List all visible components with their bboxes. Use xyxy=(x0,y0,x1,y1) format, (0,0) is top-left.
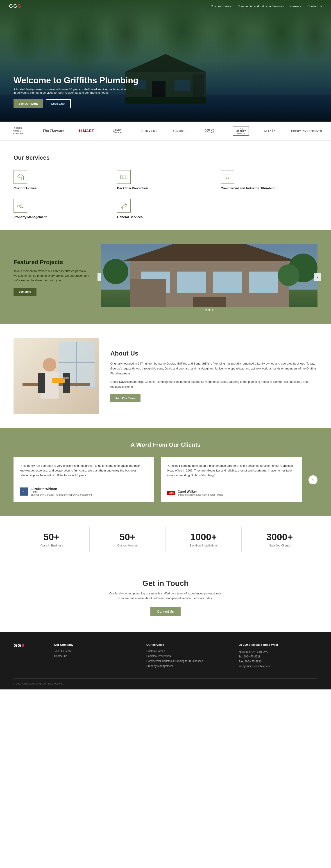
svg-rect-22 xyxy=(227,179,228,180)
featured-projects-section: Featured Projects Take a moment to explo… xyxy=(0,230,331,324)
footer-link-backflow[interactable]: Backflow Prevention xyxy=(146,655,225,658)
logo-liberty-group: THE LIBERTY GROUP xyxy=(233,127,249,135)
footer-link-contact[interactable]: Contact Us xyxy=(54,655,133,658)
svg-marker-1 xyxy=(125,54,206,72)
nav-links: Custom Homes Commercial and Industrial S… xyxy=(211,4,322,8)
nav-link-contact[interactable]: Contact Us xyxy=(308,4,322,8)
author-company-1: Sr. Property Manager / Armadale Property… xyxy=(31,493,92,496)
logo[interactable]: G G S xyxy=(9,3,21,9)
footer: G G S Our Company Join Our Team Contact … xyxy=(0,632,331,689)
carousel-dot-1[interactable] xyxy=(205,309,207,311)
author-logo-1: A xyxy=(20,488,28,496)
testimonials-row: "This family-run operation is very effic… xyxy=(13,457,318,502)
see-more-button[interactable]: See More xyxy=(13,288,36,296)
stat-homes: 50+ Custom Homes xyxy=(90,527,166,552)
commercial-label: Commercial and Industrial Plumbing xyxy=(221,186,318,190)
logo-tim-hortons: Tim Hortons xyxy=(42,129,64,133)
stat-clients-label: Satisfied Clients xyxy=(246,544,313,547)
about-para-2: Under David's leadership, Griffiths Plum… xyxy=(110,379,318,389)
house-icon xyxy=(16,173,25,181)
svg-rect-37 xyxy=(130,279,166,307)
footer-services-title: Our services xyxy=(146,643,225,646)
author-info-2: Carol Walker Building Maintenance Coordi… xyxy=(178,490,223,496)
logo-emery: EMERY INVESTMENTS xyxy=(291,129,322,133)
svg-point-25 xyxy=(122,207,123,209)
backflow-icon-box xyxy=(117,170,130,184)
footer-link-property[interactable]: Property Management xyxy=(146,664,225,668)
testimonials-next-button[interactable]: › xyxy=(308,475,318,484)
author-name-1: Elizabeth Whitton xyxy=(31,487,92,491)
testimonial-card-1: "This family-run operation is very effic… xyxy=(13,457,154,502)
carousel-house-svg xyxy=(101,244,318,307)
footer-col-company: Our Company Join Our Team Contact Us xyxy=(54,643,133,670)
commercial-icon-box xyxy=(221,170,234,184)
contact-title: Get in Touch xyxy=(13,579,318,588)
footer-col-services: Our services Custom Homes Backflow Preve… xyxy=(146,643,225,670)
see-our-work-button[interactable]: See Our Work xyxy=(13,99,43,108)
stat-years: 50+ Years in Business xyxy=(13,527,90,552)
wrench-icon xyxy=(120,202,128,210)
hero-title: Welcome to Griffiths Plumbing xyxy=(13,76,318,85)
handshake-icon xyxy=(16,202,25,210)
about-image-svg xyxy=(13,338,99,414)
footer-link-join[interactable]: Join Our Team xyxy=(54,650,133,653)
logo-reality-chicken: Reality Chicken xyxy=(109,129,125,133)
author-logo-text-2: Miele xyxy=(169,492,174,494)
svg-point-38 xyxy=(103,259,128,284)
testimonials-title: A Word From Our Clients xyxy=(13,441,318,448)
svg-point-46 xyxy=(43,358,56,372)
footer-addr-3: Fax. 905-475-5820 xyxy=(239,659,318,664)
nav-link-custom-homes[interactable]: Custom Homes xyxy=(211,4,231,8)
footer-link-custom-homes[interactable]: Custom Homes xyxy=(146,650,225,653)
building-icon xyxy=(223,173,232,181)
service-custom-homes: Custom Homes xyxy=(13,170,110,190)
testimonial-author-2: Miele Carol Walker Building Maintenance … xyxy=(167,490,295,496)
general-icon-box xyxy=(117,199,130,213)
nav-link-careers[interactable]: Careers xyxy=(290,4,301,8)
author-logo-miele: Miele xyxy=(167,491,175,495)
svg-marker-7 xyxy=(17,174,24,180)
footer-logo: G G S xyxy=(13,643,40,670)
logo-g2: G xyxy=(13,3,17,9)
property-label: Property Management xyxy=(13,215,110,219)
footer-bottom: © 2023 Copy Web Design. All rights reser… xyxy=(13,678,318,685)
stat-homes-label: Custom Homes xyxy=(94,544,161,547)
contact-us-button[interactable]: Contact Us xyxy=(150,607,181,616)
author-role-2: Building Maintenance Coordinator / Miele xyxy=(178,493,223,496)
author-name-2: Carol Walker xyxy=(178,490,223,493)
service-backflow: Backflow Prevention xyxy=(117,170,214,190)
svg-rect-35 xyxy=(249,272,278,293)
svg-rect-8 xyxy=(19,178,21,180)
join-our-team-button[interactable]: Join Our Team xyxy=(110,394,141,402)
featured-desc: Take a moment to explore our carefully c… xyxy=(13,269,90,283)
contact-section: Get in Touch Our family-owned plumbing b… xyxy=(0,563,331,632)
svg-rect-17 xyxy=(225,175,230,180)
stat-clients: 3000+ Satisfied Clients xyxy=(242,527,318,552)
logo-armadier: ARMADIER xyxy=(173,130,187,132)
stat-backflow-number: 1000+ xyxy=(170,532,237,542)
stat-years-label: Years in Business xyxy=(18,544,85,547)
carousel-next-button[interactable]: › xyxy=(314,273,321,281)
services-section: Our Services Custom Homes xyxy=(0,141,331,230)
testimonial-author-1: A Elizabeth Whitton R.P.M. Sr. Property … xyxy=(20,487,148,496)
testimonials-section: A Word From Our Clients "This family-run… xyxy=(0,428,331,516)
lets-chat-button[interactable]: Let's Chat xyxy=(46,99,71,108)
svg-rect-21 xyxy=(228,178,229,179)
svg-point-24 xyxy=(19,206,21,207)
client-logos-bar: SOUTH STREET BURGER Tim Hortons H MART R… xyxy=(0,122,331,141)
footer-addr: Markham, ON, L3R 2W2 Tel. 905-475-6518 F… xyxy=(239,650,318,669)
carousel-dot-2[interactable] xyxy=(209,309,210,311)
service-general: General Services xyxy=(117,199,214,219)
testimonial-quote-2: "Griffiths Plumbing have been a maintena… xyxy=(167,464,295,477)
footer-link-commercial[interactable]: Commercial/Industrial Plumbing for Busin… xyxy=(146,659,225,663)
nav-link-commercial[interactable]: Commercial and Industrial Services xyxy=(238,4,283,8)
footer-logo-s: S xyxy=(21,643,24,648)
hero-subtitle: A trusted family-owned business with ove… xyxy=(13,88,126,94)
about-para-1: Originally founded in 1974 under the nam… xyxy=(110,361,318,376)
backflow-label: Backflow Prevention xyxy=(117,186,214,190)
author-role-1: R.P.M. xyxy=(31,491,92,493)
carousel-dot-3[interactable] xyxy=(212,309,213,311)
custom-homes-icon-box xyxy=(13,170,27,184)
svg-rect-33 xyxy=(177,272,206,293)
stat-clients-number: 3000+ xyxy=(246,532,313,542)
